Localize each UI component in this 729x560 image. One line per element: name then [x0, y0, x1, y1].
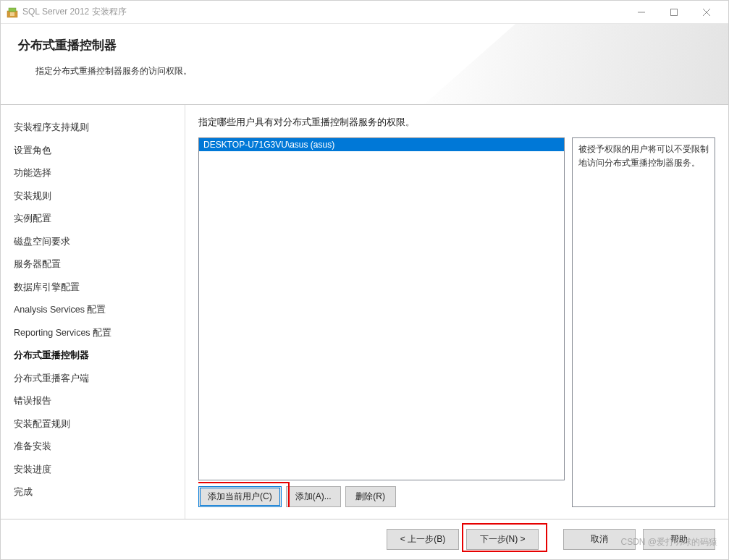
sidebar-item-7[interactable]: 数据库引擎配置: [14, 276, 185, 300]
installer-window: SQL Server 2012 安装程序 分布式重播控制器 指定分布式重播控制器…: [0, 0, 729, 560]
header-decoration: [424, 24, 728, 104]
header-section: 分布式重播控制器 指定分布式重播控制器服务的访问权限。: [1, 24, 728, 105]
page-subtitle: 指定分布式重播控制器服务的访问权限。: [18, 65, 711, 77]
svg-rect-4: [670, 9, 677, 15]
svg-rect-2: [10, 12, 14, 16]
sidebar-item-1[interactable]: 设置角色: [14, 140, 185, 163]
sidebar-item-8[interactable]: Analysis Services 配置: [14, 299, 185, 322]
add-button[interactable]: 添加(A)...: [286, 486, 341, 507]
titlebar: SQL Server 2012 安装程序: [1, 1, 728, 24]
next-button[interactable]: 下一步(N) >: [466, 529, 539, 550]
sidebar-item-2[interactable]: 功能选择: [14, 162, 185, 185]
info-box: 被授予权限的用户将可以不受限制地访问分布式重播控制器服务。: [572, 137, 715, 507]
sidebar: 安装程序支持规则设置角色功能选择安装规则实例配置磁盘空间要求服务器配置数据库引擎…: [1, 105, 185, 519]
sidebar-item-16[interactable]: 完成: [14, 481, 185, 504]
sidebar-item-14[interactable]: 准备安装: [14, 436, 185, 459]
sidebar-item-15[interactable]: 安装进度: [14, 459, 185, 482]
page-title: 分布式重播控制器: [18, 37, 711, 54]
close-button[interactable]: [690, 1, 722, 23]
sidebar-item-5[interactable]: 磁盘空间要求: [14, 231, 185, 254]
sidebar-item-6[interactable]: 服务器配置: [14, 253, 185, 276]
svg-rect-1: [9, 8, 16, 12]
sidebar-item-4[interactable]: 实例配置: [14, 208, 185, 231]
sidebar-item-12[interactable]: 错误报告: [14, 390, 185, 413]
add-current-user-button[interactable]: 添加当前用户(C): [198, 486, 282, 507]
app-icon: [7, 7, 18, 18]
user-listbox[interactable]: DESKTOP-U71G3VU\asus (asus): [198, 137, 565, 480]
content-row: DESKTOP-U71G3VU\asus (asus) 添加当前用户(C) 添加…: [198, 137, 715, 507]
user-item-0[interactable]: DESKTOP-U71G3VU\asus (asus): [199, 138, 564, 151]
window-title: SQL Server 2012 安装程序: [22, 6, 625, 18]
sidebar-item-0[interactable]: 安装程序支持规则: [14, 116, 185, 140]
body-section: 安装程序支持规则设置角色功能选择安装规则实例配置磁盘空间要求服务器配置数据库引擎…: [1, 105, 728, 519]
left-column: DESKTOP-U71G3VU\asus (asus) 添加当前用户(C) 添加…: [198, 137, 565, 507]
footer: < 上一步(B) 下一步(N) > 取消 帮助: [1, 519, 728, 559]
minimize-button[interactable]: [625, 1, 657, 23]
sidebar-item-9[interactable]: Reporting Services 配置: [14, 322, 185, 345]
main-panel: 指定哪些用户具有对分布式重播控制器服务的权限。 DESKTOP-U71G3VU\…: [185, 105, 728, 519]
sidebar-item-13[interactable]: 安装配置规则: [14, 413, 185, 436]
sidebar-item-10[interactable]: 分布式重播控制器: [14, 344, 185, 368]
sidebar-item-11[interactable]: 分布式重播客户端: [14, 368, 185, 391]
remove-button[interactable]: 删除(R): [345, 486, 396, 507]
window-controls: [625, 1, 722, 23]
instruction-text: 指定哪些用户具有对分布式重播控制器服务的权限。: [198, 116, 715, 129]
maximize-button[interactable]: [657, 1, 690, 23]
sidebar-item-3[interactable]: 安装规则: [14, 185, 185, 208]
cancel-button[interactable]: 取消: [563, 529, 636, 550]
back-button[interactable]: < 上一步(B): [387, 529, 459, 550]
help-button[interactable]: 帮助: [643, 529, 715, 550]
listbox-buttons: 添加当前用户(C) 添加(A)... 删除(R): [198, 486, 565, 507]
